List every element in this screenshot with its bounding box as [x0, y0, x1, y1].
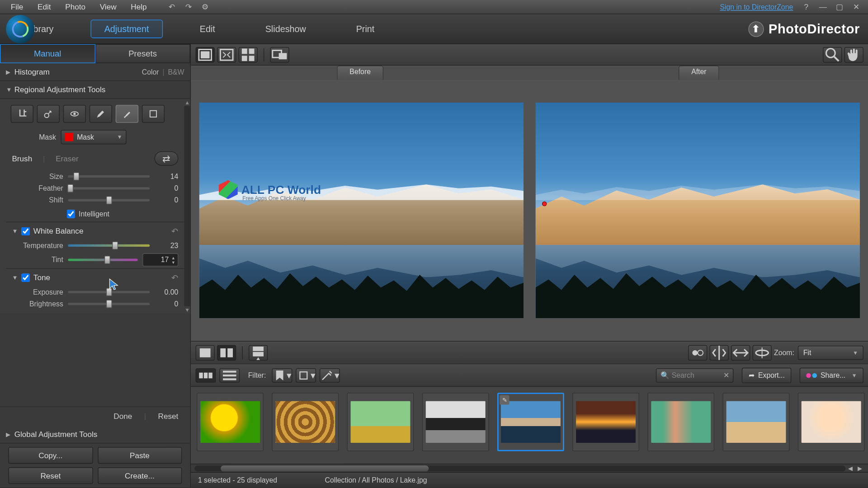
mirror-h-icon[interactable] [688, 345, 707, 360]
scroll-right-icon[interactable]: ▶ [855, 465, 864, 472]
whitebalance-header[interactable]: ▼ White Balance ↶ [6, 222, 184, 240]
pan-tool-icon[interactable] [844, 47, 863, 62]
thumbnail[interactable] [798, 393, 865, 451]
feather-thumb[interactable] [67, 184, 73, 192]
mask-select[interactable]: Mask ▼ [61, 130, 127, 145]
thumbnail[interactable] [197, 393, 264, 451]
tab-edit[interactable]: Edit [187, 20, 228, 38]
close-icon[interactable]: ✕ [850, 1, 862, 13]
export-button[interactable]: ➦ Export... [742, 367, 791, 383]
filter-label-icon[interactable]: ▾ [296, 368, 316, 382]
tab-adjustment[interactable]: Adjustment [90, 20, 163, 38]
thumbnail[interactable] [723, 393, 790, 451]
filmstrip-scrollbar[interactable]: ◀ ▶ [191, 464, 868, 472]
scroll-left-icon[interactable]: ◀ [845, 465, 855, 472]
menu-edit[interactable]: Edit [30, 1, 58, 13]
maximize-icon[interactable]: ▢ [834, 1, 845, 13]
undo-icon[interactable]: ↶ [166, 1, 178, 13]
help-icon[interactable]: ? [800, 1, 812, 13]
histogram-bw[interactable]: B&W [168, 68, 184, 76]
crop-tool-icon[interactable] [11, 105, 33, 123]
stack-view-icon[interactable] [249, 345, 268, 360]
settings-gear-icon[interactable]: ⚙ [199, 1, 211, 13]
tone-undo-icon[interactable]: ↶ [171, 272, 179, 282]
split-view-icon[interactable] [217, 345, 236, 360]
pen-tool-icon[interactable] [90, 105, 112, 123]
signin-link[interactable]: Sign in to DirectorZone [720, 3, 793, 11]
reset-button[interactable]: Reset [158, 412, 179, 421]
view-grid-icon[interactable] [239, 47, 258, 62]
search-input[interactable]: 🔍 Search ✕ [656, 368, 733, 382]
zoom-select[interactable]: Fit ▼ [798, 345, 863, 360]
copy-button[interactable]: Copy... [8, 447, 93, 464]
paste-button[interactable]: Paste [98, 447, 182, 464]
brightness-thumb[interactable] [106, 300, 112, 308]
regional-header[interactable]: ▼ Regional Adjustment Tools [0, 81, 190, 99]
exposure-thumb[interactable] [106, 288, 112, 296]
thumbnail[interactable] [572, 393, 639, 451]
menu-photo[interactable]: Photo [58, 1, 92, 13]
temperature-thumb[interactable] [113, 241, 118, 249]
menu-help[interactable]: Help [123, 1, 154, 13]
upload-icon[interactable]: ⬆ [748, 21, 764, 37]
size-track[interactable] [68, 175, 150, 178]
filter-flag-icon[interactable]: ▾ [272, 368, 292, 382]
histogram-header[interactable]: ▶ Histogram Color|B&W [0, 63, 190, 81]
redo-icon[interactable]: ↷ [183, 1, 194, 13]
flip-v-icon[interactable] [753, 345, 772, 360]
flip-h-icon[interactable] [731, 345, 750, 360]
global-header[interactable]: ▶ Global Adjustment Tools [0, 426, 190, 444]
filter-rating-icon[interactable]: ▾ [320, 368, 340, 382]
thumbnail[interactable] [347, 393, 414, 451]
temperature-track[interactable] [68, 244, 150, 247]
thumbnail-selected[interactable]: ✎ [497, 393, 564, 451]
tint-spinner[interactable]: 17▲▼ [142, 253, 178, 267]
thumbnail[interactable] [647, 393, 714, 451]
brush-tool-icon[interactable] [116, 105, 138, 123]
wb-undo-icon[interactable]: ↶ [171, 226, 179, 236]
minimize-icon[interactable]: — [817, 1, 829, 13]
clear-search-icon[interactable]: ✕ [723, 371, 729, 379]
swap-icon[interactable]: ⇄ [155, 151, 179, 166]
thumbnail[interactable] [422, 393, 489, 451]
done-button[interactable]: Done [113, 412, 132, 421]
tone-header[interactable]: ▼ Tone ↶ [6, 268, 184, 286]
view-single-icon[interactable] [196, 47, 215, 62]
after-view[interactable] [535, 88, 860, 333]
tint-thumb[interactable] [104, 256, 110, 264]
shift-thumb[interactable] [106, 196, 112, 204]
menu-file[interactable]: File [4, 1, 30, 13]
secondary-display-icon[interactable] [270, 47, 289, 62]
thumbnail[interactable] [272, 393, 339, 451]
zoom-tool-icon[interactable] [823, 47, 842, 62]
side-tab-manual[interactable]: Manual [0, 44, 95, 63]
menu-view[interactable]: View [93, 1, 124, 13]
eraser-mode[interactable]: Eraser [56, 154, 79, 163]
tone-checkbox[interactable] [21, 273, 29, 282]
size-thumb[interactable] [73, 172, 79, 180]
redeye-tool-icon[interactable] [63, 105, 86, 123]
reset-all-button[interactable]: Reset [8, 467, 93, 484]
tab-slideshow[interactable]: Slideshow [252, 20, 319, 38]
before-view[interactable]: ALL PC World Free Apps One Click Away [199, 88, 524, 333]
whitebalance-checkbox[interactable] [21, 227, 29, 235]
tint-track[interactable] [68, 258, 137, 261]
spot-tool-icon[interactable] [37, 105, 60, 123]
sidebar-scrollbar[interactable]: ▲▼ [184, 99, 190, 314]
single-view-icon[interactable] [196, 345, 215, 360]
create-button[interactable]: Create... [98, 467, 182, 484]
shift-track[interactable] [68, 199, 150, 202]
histogram-color[interactable]: Color [142, 68, 159, 76]
view-fit-icon[interactable] [217, 47, 236, 62]
filmstrip-list-icon[interactable] [219, 368, 240, 382]
mirror-v-icon[interactable] [710, 345, 729, 360]
share-button[interactable]: Share... ▼ [800, 367, 863, 383]
intelligent-checkbox[interactable] [67, 210, 75, 218]
tab-print[interactable]: Print [343, 20, 388, 38]
gradient-tool-icon[interactable] [142, 105, 165, 123]
feather-track[interactable] [68, 187, 150, 189]
scrollbar-thumb[interactable] [221, 465, 429, 471]
side-tab-presets[interactable]: Presets [95, 44, 190, 63]
brush-mode[interactable]: Brush [12, 154, 32, 163]
brightness-track[interactable] [68, 303, 150, 305]
